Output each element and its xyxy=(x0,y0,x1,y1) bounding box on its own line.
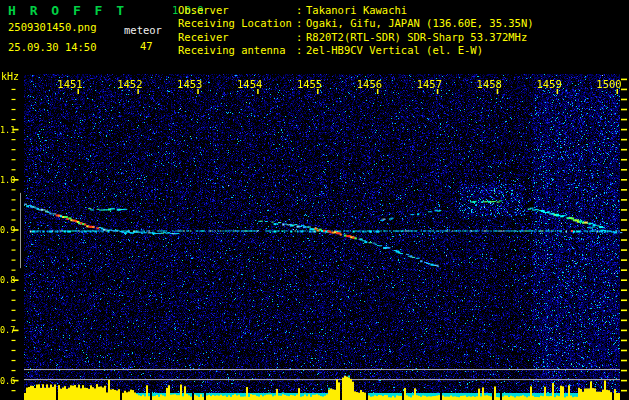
info-value: Takanori Kawachi xyxy=(306,4,407,16)
info-value: 2el-HB9CV Vertical (el. E-W) xyxy=(306,44,483,56)
info-colon: : xyxy=(296,31,302,43)
info-colon: : xyxy=(296,17,302,29)
info-label: Receiving antenna xyxy=(178,44,285,56)
info-value: Ogaki, Gifu, JAPAN (136.60E, 35.35N) xyxy=(306,17,534,29)
info-row-antenna: Receiving antenna : 2el-HB9CV Vertical (… xyxy=(0,44,629,56)
info-label: Receiver xyxy=(178,31,229,43)
spectrogram-canvas xyxy=(0,68,629,400)
info-row-location: Receiving Location : Ogaki, Gifu, JAPAN … xyxy=(0,17,629,29)
info-colon: : xyxy=(296,44,302,56)
hrofft-window: H R O F F T 1.0.0 2509301450.png meteor … xyxy=(0,0,629,400)
info-label: Observer xyxy=(178,4,229,16)
info-row-receiver: Receiver : R820T2(RTL-SDR) SDR-Sharp 53.… xyxy=(0,31,629,43)
info-label: Receiving Location xyxy=(178,17,292,29)
info-colon: : xyxy=(296,4,302,16)
info-block: Observer : Takanori Kawachi Receiving Lo… xyxy=(0,0,629,62)
info-row-observer: Observer : Takanori Kawachi xyxy=(0,4,629,16)
info-value: R820T2(RTL-SDR) SDR-Sharp 53.372MHz xyxy=(306,31,527,43)
